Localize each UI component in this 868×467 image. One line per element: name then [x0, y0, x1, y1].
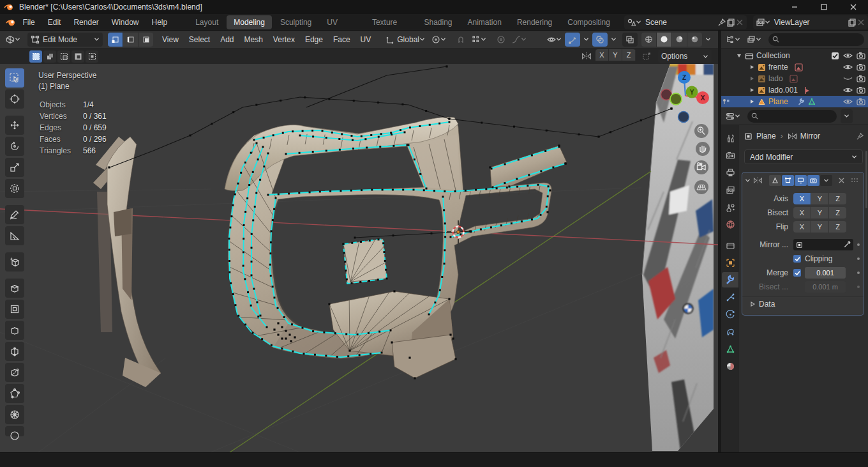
tool-spin[interactable] [5, 405, 24, 424]
merge-threshold-field[interactable]: 0.001 [805, 267, 846, 279]
minimize-button[interactable] [780, 0, 809, 14]
tool-add-cube[interactable] [5, 252, 24, 272]
tool-cursor[interactable] [5, 89, 24, 109]
tab-particles[interactable] [722, 289, 738, 305]
tab-output[interactable] [722, 165, 738, 180]
tool-inset-faces[interactable] [5, 300, 24, 319]
bisect-distance-field[interactable]: 0.001 m [805, 281, 846, 293]
modifier-realtime-toggle[interactable] [795, 175, 807, 186]
properties-scrollbar[interactable] [865, 151, 867, 208]
axis-x-button[interactable]: X [793, 193, 811, 204]
show-object-types-dropdown[interactable] [544, 33, 565, 47]
tab-physics[interactable] [722, 307, 738, 322]
select-subtract-mode-button[interactable] [57, 50, 70, 63]
pivot-point-dropdown[interactable] [428, 33, 449, 47]
close-button[interactable] [839, 0, 868, 14]
clipping-checkbox[interactable] [793, 255, 801, 263]
blender-menu-icon[interactable] [5, 17, 16, 28]
proportional-editing-button[interactable] [493, 33, 509, 47]
menu-edit[interactable]: Edit [41, 14, 68, 31]
viewlayer-selector[interactable]: ViewLayer [753, 15, 868, 29]
edge-select-mode-button[interactable] [123, 33, 138, 47]
menu-help[interactable]: Help [146, 14, 174, 31]
disclosure-open-icon[interactable] [737, 53, 742, 58]
tool-extrude-region[interactable] [5, 279, 24, 298]
merge-checkbox[interactable] [793, 269, 801, 277]
modifier-edit-cage-toggle[interactable] [769, 175, 781, 186]
shading-wireframe-button[interactable] [641, 33, 657, 47]
eyedropper-icon[interactable] [843, 241, 851, 249]
outliner-filter-button[interactable] [744, 33, 765, 47]
gizmo-neg-z[interactable] [678, 112, 689, 123]
tool-transform[interactable] [5, 179, 24, 198]
render-camera-icon[interactable] [857, 75, 865, 82]
select-intersect-mode-button[interactable] [86, 50, 98, 63]
breadcrumb-object[interactable]: Plane [756, 132, 776, 141]
disclosure-closed-icon[interactable] [749, 88, 754, 93]
vertex-select-mode-button[interactable] [108, 33, 123, 47]
new-viewlayer-icon[interactable] [848, 18, 857, 27]
viewport-menu-vertex[interactable]: Vertex [268, 31, 300, 49]
add-modifier-dropdown[interactable]: Add Modifier [744, 149, 863, 164]
tab-view-layer[interactable] [722, 182, 738, 197]
axis-z-button[interactable]: Z [829, 193, 846, 204]
overlays-dropdown[interactable] [608, 33, 620, 47]
properties-editor-type-button[interactable] [722, 109, 744, 123]
select-invert-mode-button[interactable] [71, 50, 84, 63]
workspace-tab-compositing[interactable]: Compositing [560, 15, 617, 29]
viewport-menu-uv[interactable]: UV [355, 31, 377, 49]
viewport-menu-edge[interactable]: Edge [300, 31, 328, 49]
gizmos-toggle[interactable] [565, 33, 580, 47]
animate-dot[interactable] [857, 286, 860, 288]
shading-dropdown[interactable] [702, 33, 714, 47]
tab-collection[interactable] [722, 238, 738, 253]
editor-type-button[interactable] [3, 33, 24, 47]
outliner-row-collection[interactable]: Collection [721, 50, 868, 61]
tab-scene[interactable] [722, 199, 738, 215]
tab-render[interactable] [722, 148, 738, 163]
workspace-tab-texture-paint[interactable]: Texture Paint [365, 15, 416, 29]
outliner-search-input[interactable] [768, 33, 864, 46]
tab-material[interactable] [722, 358, 738, 374]
xray-toggle[interactable] [622, 33, 638, 47]
snap-base-icon[interactable] [642, 52, 652, 61]
bisect-z-button[interactable]: Z [829, 207, 846, 218]
flip-z-button[interactable]: Z [829, 221, 846, 233]
close-modifier-icon[interactable] [838, 177, 845, 184]
tab-object[interactable] [722, 255, 738, 270]
hide-eye-icon[interactable] [843, 52, 853, 59]
outliner-row-lado001[interactable]: lado.001 [721, 84, 868, 96]
shading-rendered-button[interactable] [687, 33, 702, 47]
reference-image-plane[interactable] [638, 64, 718, 452]
modifier-extras-dropdown[interactable] [820, 175, 832, 186]
workspace-tab-sculpting[interactable]: Sculpting [273, 15, 318, 29]
properties-options-dropdown[interactable] [841, 109, 853, 123]
flip-y-button[interactable]: Y [811, 221, 829, 233]
shading-solid-button[interactable] [657, 33, 672, 47]
tool-measure[interactable] [5, 226, 24, 245]
viewport-menu-select[interactable]: Select [184, 31, 215, 49]
workspace-tab-uv-editing[interactable]: UV Editing [320, 15, 364, 29]
disclosure-closed-icon[interactable] [749, 99, 754, 104]
tool-smooth[interactable] [5, 426, 24, 436]
render-camera-icon[interactable] [857, 98, 865, 105]
workspace-tab-layout[interactable]: Layout [188, 15, 225, 29]
falloff-dropdown[interactable] [509, 33, 530, 47]
animate-dot[interactable] [857, 257, 860, 260]
tool-move[interactable] [5, 116, 24, 135]
collection-checkbox[interactable] [831, 52, 839, 60]
scene-selector[interactable]: Scene [624, 15, 747, 29]
transform-orientation-dropdown[interactable]: Global [382, 33, 428, 47]
gizmo-neg-y[interactable] [670, 93, 682, 105]
disclosure-closed-icon[interactable] [749, 65, 754, 70]
remove-viewlayer-icon[interactable] [857, 18, 865, 27]
flip-x-button[interactable]: X [793, 221, 811, 233]
pin-icon[interactable] [717, 18, 726, 27]
tool-knife[interactable] [5, 363, 24, 382]
hide-eye-icon[interactable] [843, 98, 853, 105]
drag-handle-icon[interactable] [851, 178, 860, 183]
viewport-menu-view[interactable]: View [157, 31, 184, 49]
hidden-eye-closed-icon[interactable] [843, 75, 853, 82]
camera-view-button[interactable] [694, 160, 708, 174]
outliner-editor-type-button[interactable] [722, 33, 744, 47]
